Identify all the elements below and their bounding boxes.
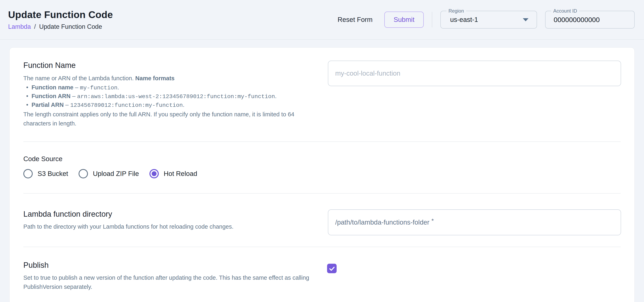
function-name-input[interactable] [328, 61, 621, 86]
account-id-field: Account ID [545, 11, 635, 29]
region-label: Region [446, 8, 466, 14]
function-name-input-wrap [328, 61, 621, 86]
region-value: us-east-1 [441, 16, 478, 23]
directory-heading: Lambda function directory [23, 209, 313, 219]
directory-placeholder: /path/to/lambda-functions-folder [335, 218, 430, 226]
code-source-radio-group: S3 Bucket Upload ZIP File Hot Reload [23, 169, 621, 178]
function-name-description: The name or ARN of the Lambda function. … [23, 74, 313, 83]
page-title: Update Function Code [8, 9, 113, 20]
directory-info: Lambda function directory Path to the di… [23, 209, 313, 231]
function-name-desc-footer: The length constraint applies only to th… [23, 110, 313, 128]
page-header: Update Function Code Lambda / Update Fun… [0, 0, 644, 40]
list-item: Function name – my-function. [26, 83, 313, 92]
check-icon [328, 265, 336, 272]
directory-row: Lambda function directory Path to the di… [23, 209, 621, 235]
reset-form-button[interactable]: Reset Form [332, 12, 379, 27]
breadcrumb-current: Update Function Code [39, 23, 102, 30]
update-function-code-form-card: Function Name The name or ARN of the Lam… [9, 47, 635, 302]
code-source-label: Code Source [23, 155, 621, 163]
radio-circle-icon [23, 169, 33, 178]
function-name-desc-intro: The name or ARN of the Lambda function. [23, 75, 135, 81]
publish-checkbox-wrap [328, 261, 621, 273]
function-name-heading: Function Name [23, 61, 313, 70]
list-item: Partial ARN – 123456789012:function:my-f… [26, 101, 313, 110]
radio-label: Hot Reload [164, 170, 197, 177]
radio-hot-reload[interactable]: Hot Reload [150, 169, 197, 178]
radio-upload-zip-file[interactable]: Upload ZIP File [78, 169, 139, 178]
section-divider [23, 247, 621, 247]
account-id-label: Account ID [551, 8, 579, 14]
directory-input-wrap: /path/to/lambda-functions-folder * [328, 209, 621, 235]
list-item: Function ARN – arn:aws:lambda:us-west-2:… [26, 92, 313, 101]
breadcrumb: Lambda / Update Function Code [8, 23, 113, 30]
chevron-down-icon [523, 18, 528, 21]
function-name-row: Function Name The name or ARN of the Lam… [23, 61, 621, 128]
header-divider [432, 12, 432, 27]
radio-s3-bucket[interactable]: S3 Bucket [23, 169, 68, 178]
breadcrumb-lambda-link[interactable]: Lambda [8, 23, 31, 30]
function-name-info: Function Name The name or ARN of the Lam… [23, 61, 313, 128]
breadcrumb-separator: / [34, 23, 36, 30]
radio-circle-icon [150, 169, 159, 178]
radio-label: Upload ZIP File [93, 170, 139, 177]
publish-heading: Publish [23, 261, 313, 270]
required-asterisk: * [432, 217, 434, 224]
publish-row: Publish Set to true to publish a new ver… [23, 261, 621, 292]
code-source-row: Code Source S3 Bucket Upload ZIP File Ho… [23, 155, 621, 178]
publish-checkbox[interactable] [327, 264, 336, 273]
name-format-list: Function name – my-function. Function AR… [26, 83, 313, 110]
function-name-desc-bold: Name formats [135, 75, 174, 81]
directory-input[interactable]: /path/to/lambda-functions-folder * [328, 209, 621, 235]
region-select[interactable]: Region us-east-1 [440, 11, 537, 29]
radio-circle-icon [78, 169, 88, 178]
publish-description: Set to true to publish a new version of … [23, 273, 313, 292]
header-titles: Update Function Code Lambda / Update Fun… [8, 9, 113, 30]
section-divider [23, 193, 621, 194]
section-divider [23, 142, 621, 142]
publish-info: Publish Set to true to publish a new ver… [23, 261, 313, 292]
directory-description: Path to the directory with your Lambda f… [23, 222, 313, 231]
submit-button[interactable]: Submit [384, 11, 424, 28]
radio-label: S3 Bucket [38, 170, 68, 177]
account-id-input[interactable] [546, 16, 634, 24]
header-actions: Reset Form Submit Region us-east-1 Accou… [332, 11, 635, 29]
